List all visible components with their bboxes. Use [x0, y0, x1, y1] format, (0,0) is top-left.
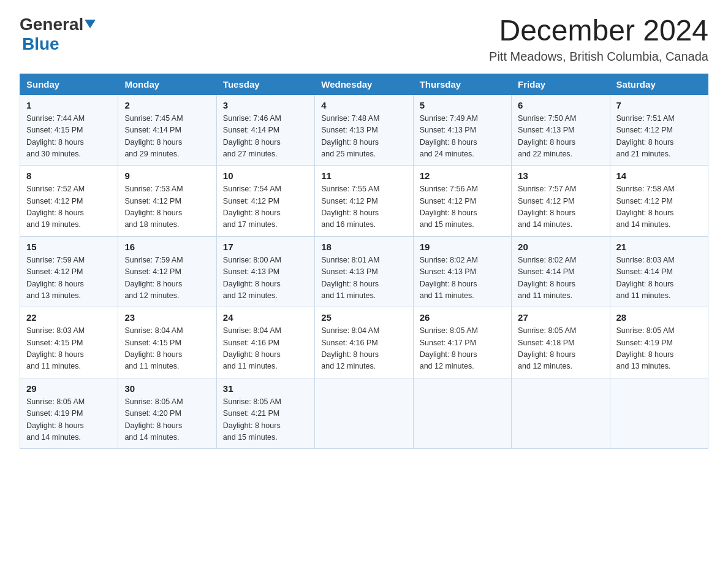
day-detail: Sunrise: 7:45 AMSunset: 4:14 PMDaylight:…: [124, 114, 183, 158]
day-detail: Sunrise: 8:04 AMSunset: 4:15 PMDaylight:…: [124, 326, 183, 370]
day-number: 3: [223, 100, 308, 110]
day-detail: Sunrise: 7:51 AMSunset: 4:12 PMDaylight:…: [616, 114, 675, 158]
calendar-cell: 2 Sunrise: 7:45 AMSunset: 4:14 PMDayligh…: [118, 94, 216, 166]
calendar-cell: 15 Sunrise: 7:59 AMSunset: 4:12 PMDaylig…: [20, 236, 118, 307]
day-number: 20: [518, 242, 603, 252]
day-detail: Sunrise: 7:55 AMSunset: 4:12 PMDaylight:…: [321, 185, 379, 229]
day-detail: Sunrise: 8:02 AMSunset: 4:13 PMDaylight:…: [420, 256, 478, 300]
day-number: 30: [124, 383, 210, 394]
calendar-cell: 23 Sunrise: 8:04 AMSunset: 4:15 PMDaylig…: [118, 307, 216, 378]
logo: General Blue: [20, 15, 96, 54]
day-detail: Sunrise: 7:57 AMSunset: 4:12 PMDaylight:…: [518, 185, 576, 229]
calendar-week-row: 15 Sunrise: 7:59 AMSunset: 4:12 PMDaylig…: [20, 236, 708, 307]
day-number: 25: [321, 312, 406, 323]
calendar-cell: 4 Sunrise: 7:48 AMSunset: 4:13 PMDayligh…: [315, 94, 413, 166]
calendar-week-row: 8 Sunrise: 7:52 AMSunset: 4:12 PMDayligh…: [20, 166, 708, 237]
day-detail: Sunrise: 7:53 AMSunset: 4:12 PMDaylight:…: [124, 185, 183, 229]
day-detail: Sunrise: 8:04 AMSunset: 4:16 PMDaylight:…: [223, 326, 281, 370]
day-detail: Sunrise: 7:59 AMSunset: 4:12 PMDaylight:…: [124, 256, 183, 300]
page-header: General Blue December 2024 Pitt Meadows,…: [20, 15, 708, 64]
calendar-cell: [315, 378, 413, 449]
day-number: 23: [124, 312, 210, 323]
calendar-cell: 3 Sunrise: 7:46 AMSunset: 4:14 PMDayligh…: [216, 94, 314, 166]
day-number: 9: [124, 170, 210, 181]
day-detail: Sunrise: 7:49 AMSunset: 4:13 PMDaylight:…: [420, 114, 478, 158]
day-detail: Sunrise: 8:03 AMSunset: 4:14 PMDaylight:…: [616, 256, 675, 300]
day-number: 26: [420, 312, 505, 323]
day-number: 13: [518, 170, 603, 181]
day-number: 10: [223, 170, 308, 181]
logo-arrow-icon: [85, 19, 96, 30]
day-detail: Sunrise: 8:01 AMSunset: 4:13 PMDaylight:…: [321, 256, 379, 300]
day-detail: Sunrise: 8:00 AMSunset: 4:13 PMDaylight:…: [223, 256, 281, 300]
calendar-cell: 12 Sunrise: 7:56 AMSunset: 4:12 PMDaylig…: [413, 166, 511, 237]
calendar-cell: 13 Sunrise: 7:57 AMSunset: 4:12 PMDaylig…: [512, 166, 610, 237]
day-detail: Sunrise: 8:05 AMSunset: 4:18 PMDaylight:…: [518, 326, 576, 370]
calendar-cell: 7 Sunrise: 7:51 AMSunset: 4:12 PMDayligh…: [610, 94, 708, 166]
col-header-friday: Friday: [512, 74, 610, 94]
day-detail: Sunrise: 8:03 AMSunset: 4:15 PMDaylight:…: [26, 326, 85, 370]
day-number: 19: [420, 242, 505, 252]
calendar-cell: 16 Sunrise: 7:59 AMSunset: 4:12 PMDaylig…: [118, 236, 216, 307]
calendar-cell: [610, 378, 708, 449]
calendar-week-row: 29 Sunrise: 8:05 AMSunset: 4:19 PMDaylig…: [20, 378, 708, 449]
calendar-cell: 18 Sunrise: 8:01 AMSunset: 4:13 PMDaylig…: [315, 236, 413, 307]
calendar-cell: 8 Sunrise: 7:52 AMSunset: 4:12 PMDayligh…: [20, 166, 118, 237]
day-number: 6: [518, 100, 603, 110]
col-header-tuesday: Tuesday: [216, 74, 314, 94]
logo-general-text: General: [20, 15, 83, 34]
day-detail: Sunrise: 7:46 AMSunset: 4:14 PMDaylight:…: [223, 114, 281, 158]
day-number: 16: [124, 242, 210, 252]
calendar-cell: 26 Sunrise: 8:05 AMSunset: 4:17 PMDaylig…: [413, 307, 511, 378]
day-number: 18: [321, 242, 406, 252]
calendar-header-row: SundayMondayTuesdayWednesdayThursdayFrid…: [20, 74, 708, 94]
day-number: 8: [26, 170, 112, 181]
day-detail: Sunrise: 8:02 AMSunset: 4:14 PMDaylight:…: [518, 256, 576, 300]
calendar-cell: 19 Sunrise: 8:02 AMSunset: 4:13 PMDaylig…: [413, 236, 511, 307]
day-detail: Sunrise: 7:44 AMSunset: 4:15 PMDaylight:…: [26, 114, 85, 158]
svg-marker-0: [85, 20, 96, 28]
day-detail: Sunrise: 7:48 AMSunset: 4:13 PMDaylight:…: [321, 114, 379, 158]
day-detail: Sunrise: 8:05 AMSunset: 4:17 PMDaylight:…: [420, 326, 478, 370]
calendar-cell: 11 Sunrise: 7:55 AMSunset: 4:12 PMDaylig…: [315, 166, 413, 237]
title-block: December 2024 Pitt Meadows, British Colu…: [489, 15, 708, 64]
day-number: 29: [26, 383, 112, 394]
col-header-thursday: Thursday: [413, 74, 511, 94]
day-detail: Sunrise: 8:05 AMSunset: 4:20 PMDaylight:…: [124, 397, 183, 442]
day-detail: Sunrise: 8:04 AMSunset: 4:16 PMDaylight:…: [321, 326, 379, 370]
day-number: 4: [321, 100, 406, 110]
calendar-cell: 9 Sunrise: 7:53 AMSunset: 4:12 PMDayligh…: [118, 166, 216, 237]
calendar-table: SundayMondayTuesdayWednesdayThursdayFrid…: [20, 74, 708, 450]
col-header-saturday: Saturday: [610, 74, 708, 94]
calendar-cell: [413, 378, 511, 449]
day-detail: Sunrise: 8:05 AMSunset: 4:19 PMDaylight:…: [616, 326, 675, 370]
calendar-cell: 14 Sunrise: 7:58 AMSunset: 4:12 PMDaylig…: [610, 166, 708, 237]
day-number: 11: [321, 170, 406, 181]
day-number: 14: [616, 170, 702, 181]
calendar-cell: 6 Sunrise: 7:50 AMSunset: 4:13 PMDayligh…: [512, 94, 610, 166]
calendar-cell: 30 Sunrise: 8:05 AMSunset: 4:20 PMDaylig…: [118, 378, 216, 449]
calendar-cell: 17 Sunrise: 8:00 AMSunset: 4:13 PMDaylig…: [216, 236, 314, 307]
calendar-week-row: 22 Sunrise: 8:03 AMSunset: 4:15 PMDaylig…: [20, 307, 708, 378]
month-title: December 2024: [489, 15, 708, 47]
day-number: 21: [616, 242, 702, 252]
day-detail: Sunrise: 8:05 AMSunset: 4:19 PMDaylight:…: [26, 397, 85, 442]
day-number: 17: [223, 242, 308, 252]
day-detail: Sunrise: 7:59 AMSunset: 4:12 PMDaylight:…: [26, 256, 85, 300]
calendar-cell: 28 Sunrise: 8:05 AMSunset: 4:19 PMDaylig…: [610, 307, 708, 378]
calendar-cell: 25 Sunrise: 8:04 AMSunset: 4:16 PMDaylig…: [315, 307, 413, 378]
calendar-cell: 31 Sunrise: 8:05 AMSunset: 4:21 PMDaylig…: [216, 378, 314, 449]
day-number: 24: [223, 312, 308, 323]
logo-blue-text: Blue: [22, 34, 59, 53]
calendar-cell: [512, 378, 610, 449]
day-number: 28: [616, 312, 702, 323]
calendar-cell: 22 Sunrise: 8:03 AMSunset: 4:15 PMDaylig…: [20, 307, 118, 378]
day-number: 22: [26, 312, 112, 323]
day-detail: Sunrise: 8:05 AMSunset: 4:21 PMDaylight:…: [223, 397, 281, 442]
col-header-wednesday: Wednesday: [315, 74, 413, 94]
day-detail: Sunrise: 7:54 AMSunset: 4:12 PMDaylight:…: [223, 185, 281, 229]
day-detail: Sunrise: 7:52 AMSunset: 4:12 PMDaylight:…: [26, 185, 85, 229]
location-subtitle: Pitt Meadows, British Columbia, Canada: [489, 50, 708, 64]
day-number: 12: [420, 170, 505, 181]
calendar-cell: 5 Sunrise: 7:49 AMSunset: 4:13 PMDayligh…: [413, 94, 511, 166]
